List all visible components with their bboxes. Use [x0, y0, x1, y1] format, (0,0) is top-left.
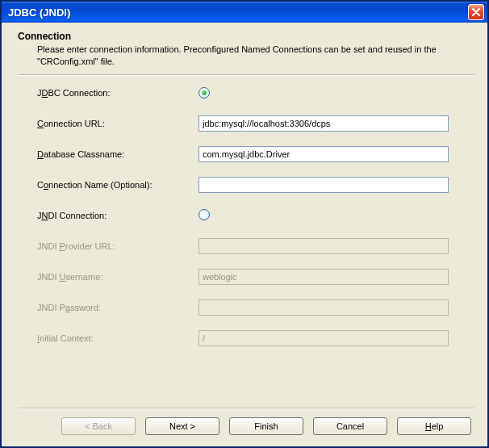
section-description: Please enter connection information. Pre…: [37, 44, 474, 68]
row-initial-context: Initial Context:: [37, 329, 470, 347]
next-button[interactable]: Next >: [145, 417, 219, 435]
radio-jndi-connection[interactable]: [199, 209, 210, 220]
label-connection-name: Connection Name (Optional):: [37, 180, 199, 190]
content-area: Connection Please enter connection infor…: [2, 23, 487, 446]
label-database-classname: Database Classname:: [37, 149, 199, 159]
cancel-button[interactable]: Cancel: [313, 417, 387, 435]
back-button: < Back: [61, 417, 136, 435]
button-divider: [18, 408, 474, 409]
window-title: JDBC (JNDI): [8, 6, 70, 19]
input-jndi-provider-url: [199, 238, 449, 254]
dialog-window: JDBC (JNDI) Connection Please enter conn…: [0, 0, 489, 448]
row-jndi-connection: JNDI Connection:: [37, 207, 470, 224]
label-jndi-provider-url: JNDI Provider URL:: [37, 241, 199, 251]
row-connection-name: Connection Name (Optional):: [37, 176, 470, 194]
row-connection-url: Connection URL:: [37, 115, 470, 132]
label-jndi-username: JNDI Username:: [37, 272, 199, 282]
row-jdbc-connection: JDBC Connection:: [37, 84, 470, 102]
radio-jdbc-connection[interactable]: [199, 87, 210, 98]
label-jndi-connection: JNDI Connection:: [37, 211, 199, 220]
row-jndi-password: JNDI Password:: [37, 299, 470, 316]
input-jndi-password: [199, 299, 449, 316]
row-database-classname: Database Classname:: [37, 145, 470, 163]
row-jndi-provider-url: JNDI Provider URL:: [37, 237, 470, 255]
form: JDBC Connection: Connection URL: Databas…: [37, 84, 470, 360]
close-button[interactable]: [468, 4, 484, 20]
input-database-classname[interactable]: [199, 146, 449, 162]
input-connection-url[interactable]: [199, 115, 449, 132]
input-jndi-username: [199, 269, 449, 285]
label-jdbc-connection: JDBC Connection:: [37, 88, 199, 98]
label-connection-url: Connection URL:: [37, 119, 199, 128]
help-button[interactable]: Help: [397, 417, 471, 435]
input-initial-context: [199, 330, 449, 346]
titlebar: JDBC (JNDI): [2, 2, 487, 23]
section-title: Connection: [18, 31, 474, 42]
label-initial-context: Initial Context:: [37, 333, 199, 343]
row-jndi-username: JNDI Username:: [37, 268, 470, 286]
button-bar: < Back Next > Finish Cancel Help: [18, 417, 474, 440]
divider: [18, 74, 474, 76]
label-jndi-password: JNDI Password:: [37, 303, 199, 312]
input-connection-name[interactable]: [199, 177, 449, 193]
close-icon: [472, 8, 480, 16]
finish-button[interactable]: Finish: [229, 417, 303, 435]
